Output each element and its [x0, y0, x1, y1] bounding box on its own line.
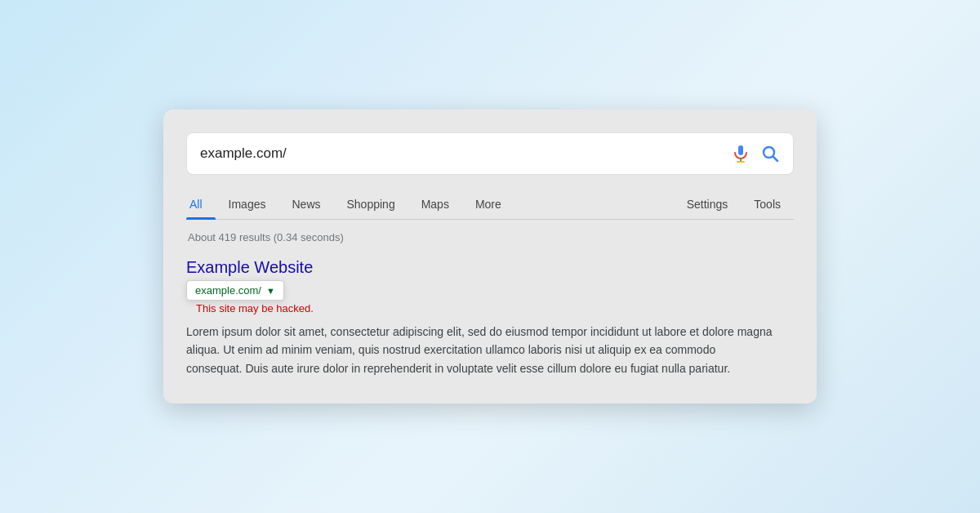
tab-settings[interactable]: Settings — [674, 190, 742, 219]
result-title[interactable]: Example Website — [186, 258, 794, 277]
search-icon-btn[interactable] — [760, 144, 780, 163]
tab-shopping[interactable]: Shopping — [334, 190, 408, 219]
nav-tabs: All Images News Shopping Maps More Setti… — [186, 190, 794, 220]
tab-maps[interactable]: Maps — [408, 190, 462, 219]
svg-line-4 — [773, 157, 778, 162]
browser-window: All Images News Shopping Maps More Setti… — [163, 109, 817, 403]
tab-more[interactable]: More — [462, 190, 514, 219]
tab-news[interactable]: News — [278, 190, 333, 219]
mic-icon[interactable] — [731, 144, 751, 163]
search-icons — [731, 144, 780, 163]
search-bar — [186, 132, 794, 175]
tab-tools[interactable]: Tools — [741, 190, 794, 219]
result-url-row: example.com/ ▼ — [186, 280, 794, 301]
url-dropdown-icon[interactable]: ▼ — [266, 286, 275, 296]
result-item: Example Website example.com/ ▼ This site… — [186, 258, 794, 377]
results-count: About 419 results (0.34 seconds) — [186, 231, 794, 243]
svg-rect-0 — [738, 145, 743, 155]
hack-warning: This site may be hacked. — [188, 302, 794, 318]
search-input[interactable] — [200, 145, 731, 162]
tab-images[interactable]: Images — [216, 190, 279, 219]
result-url: example.com/ — [195, 284, 261, 297]
result-url-tooltip: example.com/ ▼ — [186, 280, 284, 301]
tab-all[interactable]: All — [186, 190, 216, 219]
result-snippet: Lorem ipsum dolor sit amet, consectetur … — [186, 323, 774, 377]
